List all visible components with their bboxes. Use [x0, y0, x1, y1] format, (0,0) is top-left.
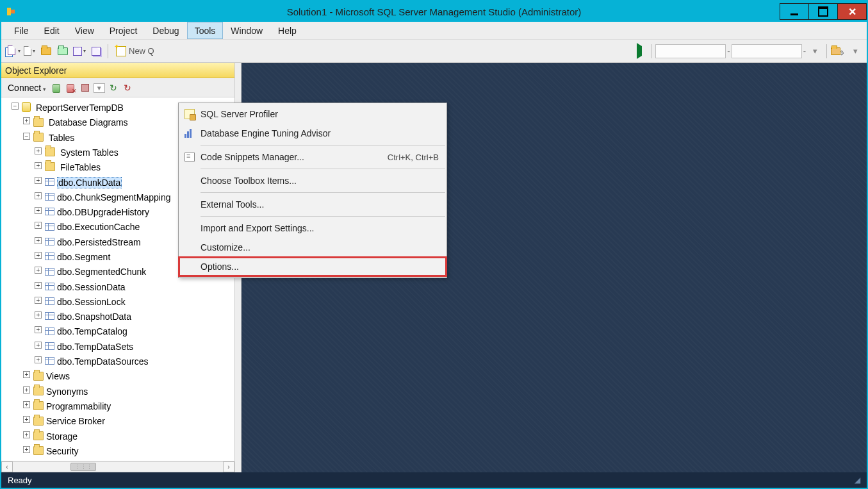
tree-node-folder[interactable]: Views — [33, 369, 234, 383]
expand-toggle[interactable] — [35, 192, 42, 199]
table-icon — [45, 253, 54, 260]
expand-toggle[interactable] — [23, 431, 30, 438]
svg-rect-1 — [11, 10, 15, 13]
open-file-button[interactable] — [55, 44, 70, 59]
menu-tools[interactable]: Tools — [187, 22, 224, 39]
tree-node-label: System Tables — [60, 147, 119, 158]
expand-toggle[interactable] — [23, 416, 30, 423]
menu-import-export[interactable]: Import and Export Settings... — [179, 219, 446, 238]
filter-icon[interactable] — [94, 82, 105, 94]
expand-toggle[interactable] — [35, 222, 42, 229]
expand-toggle[interactable] — [35, 326, 42, 333]
menu-item-label: SQL Server Profiler — [201, 109, 439, 119]
tools-menu-dropdown: SQL Server Profiler Database Engine Tuni… — [178, 103, 447, 278]
tree-node-table[interactable]: dbo.SessionData — [45, 279, 234, 294]
expand-toggle[interactable] — [35, 356, 42, 363]
refresh-red-icon[interactable] — [122, 82, 133, 94]
tree-node-label: dbo.TempCatalog — [57, 327, 127, 337]
expand-toggle[interactable] — [35, 342, 42, 349]
tree-node-folder[interactable]: Storage — [33, 429, 234, 443]
tree-node-table[interactable]: dbo.TempDataSources — [45, 354, 234, 369]
debug-combo-2[interactable] — [732, 44, 802, 58]
menu-external-tools[interactable]: External Tools... — [179, 195, 446, 214]
menu-code-snippets[interactable]: Code Snippets Manager... Ctrl+K, Ctrl+B — [179, 147, 446, 167]
expand-toggle[interactable] — [23, 371, 30, 378]
tree-node-table[interactable]: dbo.SnapshotData — [45, 309, 234, 324]
resize-grip[interactable]: ◢ — [855, 476, 860, 485]
tree-node-folder[interactable]: Programmability — [33, 399, 234, 413]
expand-toggle[interactable] — [23, 446, 30, 453]
add-item-button[interactable] — [22, 44, 37, 59]
expand-toggle[interactable] — [23, 386, 30, 394]
debug-combo-1[interactable] — [655, 44, 726, 58]
expand-toggle[interactable] — [35, 282, 42, 289]
database-icon — [22, 102, 31, 112]
open-folder-button[interactable] — [38, 44, 54, 59]
collapse-toggle[interactable] — [12, 103, 19, 110]
menu-help[interactable]: Help — [270, 22, 304, 39]
tree-node-label: Database Diagrams — [49, 118, 128, 128]
tree-node-label: dbo.TempDataSets — [57, 342, 133, 352]
dropdown-arrow[interactable]: ▾ — [807, 44, 823, 59]
table-icon — [45, 268, 54, 276]
menu-window[interactable]: Window — [223, 22, 270, 39]
collapse-toggle[interactable] — [23, 133, 30, 140]
expand-toggle[interactable] — [23, 117, 30, 124]
menu-options[interactable]: Options... — [179, 257, 446, 276]
expand-toggle[interactable] — [35, 207, 42, 214]
new-query-button[interactable]: New Q — [112, 44, 158, 59]
expand-toggle[interactable] — [35, 267, 42, 274]
tree-node-table[interactable]: dbo.SessionLock — [45, 294, 234, 309]
tree-node-table[interactable]: dbo.TempDataSets — [45, 339, 234, 354]
scroll-left-arrow[interactable]: ‹ — [1, 461, 13, 472]
save-button[interactable] — [72, 44, 87, 59]
tree-node-folder[interactable]: Security — [33, 443, 234, 458]
disconnect-icon[interactable] — [65, 82, 77, 94]
maximize-button[interactable] — [808, 3, 838, 20]
refresh-green-icon[interactable] — [108, 82, 119, 94]
expand-toggle[interactable] — [35, 162, 42, 169]
connect-object-icon[interactable] — [51, 82, 63, 94]
new-project-button[interactable] — [5, 44, 20, 59]
tree-node-folder[interactable]: Service Broker — [33, 413, 234, 428]
expand-toggle[interactable] — [35, 177, 42, 184]
tree-node-folder[interactable]: Synonyms — [33, 384, 234, 399]
expand-toggle[interactable] — [23, 401, 30, 408]
menu-customize[interactable]: Customize... — [179, 238, 446, 257]
close-button[interactable]: ✕ — [837, 3, 867, 20]
stop-icon[interactable] — [79, 82, 91, 94]
minimize-button[interactable] — [780, 3, 809, 20]
save-all-button[interactable] — [88, 44, 104, 59]
continue-button[interactable] — [632, 44, 647, 59]
menu-debug[interactable]: Debug — [145, 22, 186, 39]
expand-toggle[interactable] — [35, 147, 42, 154]
connect-button[interactable]: Connect — [5, 81, 49, 94]
scroll-track[interactable]: ⋮⋮⋮ — [13, 461, 223, 472]
snippet-icon — [179, 153, 201, 162]
menu-file[interactable]: File — [6, 22, 37, 39]
horizontal-scrollbar[interactable]: ‹ ⋮⋮⋮ › — [1, 461, 234, 472]
menu-project[interactable]: Project — [102, 22, 145, 39]
tree-node-table[interactable]: dbo.TempCatalog — [45, 324, 234, 338]
folder-icon — [33, 431, 44, 440]
tree-node-label: Programmability — [46, 401, 111, 411]
tree-node-label: dbo.SessionData — [57, 282, 126, 292]
expand-toggle[interactable] — [35, 297, 42, 304]
expand-toggle[interactable] — [35, 237, 42, 244]
menu-edit[interactable]: Edit — [37, 22, 67, 39]
settings-folder-button[interactable] — [831, 44, 846, 59]
scroll-thumb[interactable]: ⋮⋮⋮ — [70, 463, 96, 471]
status-bar: Ready ◢ — [1, 472, 867, 488]
dropdown-arrow[interactable]: ▾ — [848, 44, 863, 59]
tree-node-label: dbo.ExecutionCache — [57, 222, 140, 233]
svg-rect-0 — [7, 8, 11, 15]
expand-toggle[interactable] — [35, 311, 42, 319]
title-bar: Solution1 - Microsoft SQL Server Managem… — [1, 1, 867, 22]
menu-sql-profiler[interactable]: SQL Server Profiler — [179, 104, 446, 124]
menu-choose-toolbox[interactable]: Choose Toolbox Items... — [179, 171, 446, 190]
menu-view[interactable]: View — [67, 22, 102, 39]
menu-tuning-advisor[interactable]: Database Engine Tuning Advisor — [179, 124, 446, 143]
scroll-right-arrow[interactable]: › — [223, 461, 234, 472]
toolbar-separator — [108, 44, 108, 58]
expand-toggle[interactable] — [35, 252, 42, 259]
